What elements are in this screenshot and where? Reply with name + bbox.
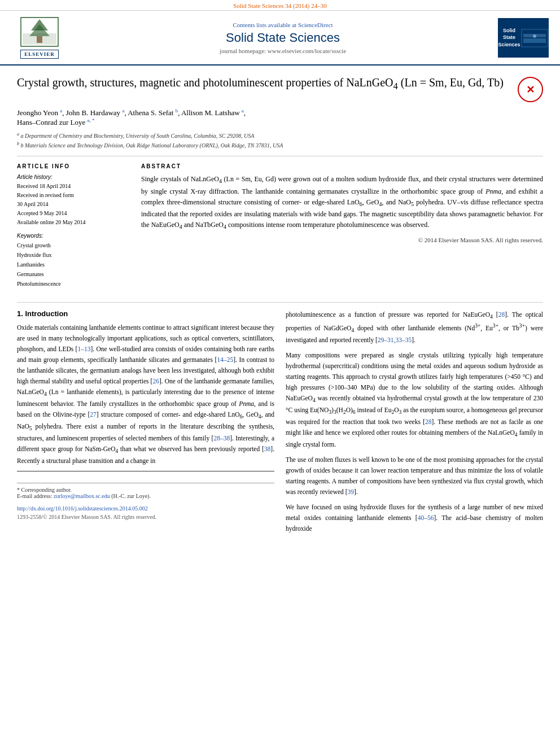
keywords-heading: Keywords: xyxy=(17,233,130,239)
abstract-heading: ABSTRACT xyxy=(141,163,543,169)
corresponding-author-label: * Corresponding author. xyxy=(17,487,274,493)
journal-header: ELSEVIER Contents lists available at Sci… xyxy=(0,11,560,65)
citation-text: Solid State Sciences 34 (2014) 24–30 xyxy=(233,2,326,9)
elsevier-wordmark: ELSEVIER xyxy=(20,50,59,59)
email-label: E-mail address: xyxy=(17,493,52,499)
journal-citation: Solid State Sciences 34 (2014) 24–30 xyxy=(0,0,560,11)
received-revised-label: Received in revised form xyxy=(17,191,130,200)
article-title-text: Crystal growth, structures, magnetic and… xyxy=(17,75,512,96)
right-paragraph-1: photoluminescence as a function of press… xyxy=(286,309,543,346)
right-paragraph-4: We have focused on using hydroxide fluxe… xyxy=(286,502,543,534)
affiliation-a: a Department of Chemistry and Biochemist… xyxy=(21,133,255,139)
sciencedirect-link[interactable]: ScienceDirect xyxy=(298,21,333,28)
accepted-date: Accepted 9 May 2014 xyxy=(17,209,130,218)
article-info-col: ARTICLE INFO Article history: Received 1… xyxy=(17,163,130,294)
keyword-1: Crystal growth xyxy=(17,241,130,250)
journal-center-info: Contents lists available at ScienceDirec… xyxy=(68,21,498,54)
journal-homepage: journal homepage: www.elsevier.com/locat… xyxy=(68,47,498,54)
footer-divider xyxy=(17,471,274,471)
journal-logo-image xyxy=(520,28,549,48)
intro-heading: 1. Introduction xyxy=(17,309,274,318)
abstract-col: ABSTRACT Single crystals of NaLnGeO4 (Ln… xyxy=(141,163,543,294)
article-footer: * Corresponding author. E-mail address: … xyxy=(17,483,274,520)
article-title: Crystal growth, structures, magnetic and… xyxy=(17,75,512,93)
keyword-5: Photoluminescence xyxy=(17,279,130,289)
contents-text: Contents lists available at xyxy=(233,21,296,28)
crossmark-icon[interactable]: ✕ xyxy=(518,77,543,102)
available-online: Available online 20 May 2014 xyxy=(17,218,130,227)
keyword-3: Lanthanides xyxy=(17,260,130,269)
doi-link[interactable]: http://dx.doi.org/10.1016/j.solidstatesc… xyxy=(17,505,274,512)
info-abstract-section: ARTICLE INFO Article history: Received 1… xyxy=(17,156,543,294)
keywords-section: Keywords: Crystal growth Hydroxide flux … xyxy=(17,233,130,289)
right-paragraph-3: The use of molten fluxes is well known t… xyxy=(286,455,543,497)
right-paragraph-2: Many compositions were prepared as singl… xyxy=(286,350,543,450)
abstract-text: Single crystals of NaLnGeO4 (Ln = Sm, Eu… xyxy=(141,174,543,232)
received-revised-date: 30 April 2014 xyxy=(17,200,130,209)
affiliation-b: b Materials Science and Technology Divis… xyxy=(21,142,283,148)
svg-point-9 xyxy=(533,34,536,38)
article-container: Crystal growth, structures, magnetic and… xyxy=(0,65,560,548)
authors: Jeongho Yeon a, John B. Hardaway a, Athe… xyxy=(17,108,543,128)
article-history: Article history: Received 18 April 2014 … xyxy=(17,174,130,227)
article-info-heading: ARTICLE INFO xyxy=(17,163,130,169)
intro-paragraph-1: Oxide materials containing lanthanide el… xyxy=(17,322,274,466)
keyword-2: Hydroxide flux xyxy=(17,250,130,260)
journal-logo-right: SolidStateSciences xyxy=(498,18,549,58)
email-line: E-mail address: zurloye@mailbox.sc.edu (… xyxy=(17,493,274,499)
email-link[interactable]: zurloye@mailbox.sc.edu xyxy=(54,493,110,499)
keywords-list: Crystal growth Hydroxide flux Lanthanide… xyxy=(17,241,130,289)
elsevier-tree-icon xyxy=(20,16,59,47)
issn-line: 1293-2558/© 2014 Elsevier Masson SAS. Al… xyxy=(17,514,274,520)
history-heading: Article history: xyxy=(17,174,130,180)
email-suffix: (H.-C. zur Loye). xyxy=(111,493,151,499)
elsevier-logo-section: ELSEVIER xyxy=(11,16,68,59)
main-left-col: 1. Introduction Oxide materials containi… xyxy=(17,309,274,539)
article-title-section: Crystal growth, structures, magnetic and… xyxy=(17,75,543,102)
journal-title: Solid State Sciences xyxy=(68,30,498,45)
svg-rect-7 xyxy=(523,38,546,43)
contents-link[interactable]: Contents lists available at ScienceDirec… xyxy=(68,21,498,28)
keyword-4: Germanates xyxy=(17,269,130,279)
received-date: Received 18 April 2014 xyxy=(17,182,130,191)
main-content: 1. Introduction Oxide materials containi… xyxy=(17,302,543,539)
svg-rect-5 xyxy=(520,28,549,48)
doi-anchor[interactable]: http://dx.doi.org/10.1016/j.solidstatesc… xyxy=(17,505,148,512)
main-right-col: photoluminescence as a function of press… xyxy=(286,309,543,539)
affiliations: a a Department of Chemistry and Biochemi… xyxy=(17,131,543,151)
abstract-copyright: © 2014 Elsevier Masson SAS. All rights r… xyxy=(141,237,543,243)
svg-rect-3 xyxy=(37,36,42,43)
